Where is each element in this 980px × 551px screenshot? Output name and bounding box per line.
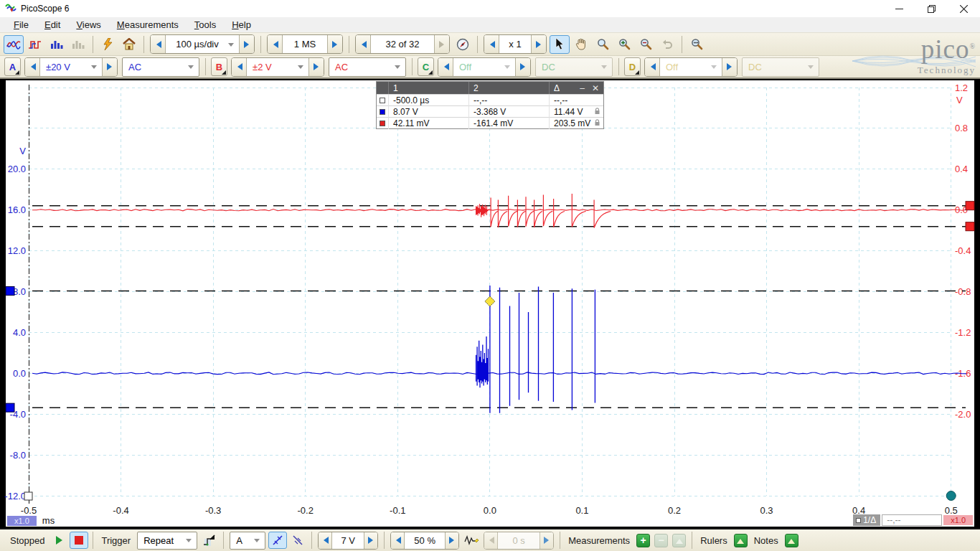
close-button[interactable] xyxy=(948,0,980,17)
pretrigger-value[interactable]: 50 % xyxy=(405,532,445,549)
falling-edge-button[interactable] xyxy=(288,532,307,549)
notes-button[interactable] xyxy=(785,534,798,547)
inverse-checkbox[interactable] xyxy=(856,518,861,523)
trigger-level-control: 7 V xyxy=(318,532,378,550)
time-ruler-swatch xyxy=(380,98,385,103)
ruler-legend: 1 2 Δ – ✕ -500.0 µs --,-- --,-- 8.07 V -… xyxy=(376,81,604,129)
time-ruler-end-handle[interactable] xyxy=(946,491,956,501)
channel-a-ruler-2: -3.368 V xyxy=(468,106,549,118)
trigger-level-decrease[interactable] xyxy=(319,532,332,549)
channel-a-coupling[interactable]: AC xyxy=(122,57,199,77)
channel-b-ruler-handle[interactable] xyxy=(966,222,974,231)
inverse-delta-toggle[interactable]: 1/Δ xyxy=(853,514,880,526)
picoscope-window: PicoScope 6 File Edit Views Measurements… xyxy=(0,0,980,551)
trigger-source-select[interactable]: A xyxy=(230,532,265,550)
home-button[interactable] xyxy=(119,35,139,54)
svg-text:V: V xyxy=(956,95,963,105)
samples-value[interactable]: 1 MS xyxy=(283,35,327,53)
channel-c-options-button[interactable]: C xyxy=(418,57,434,76)
channel-b-coupling[interactable]: AC xyxy=(329,57,406,77)
channel-b-ruler-handle[interactable] xyxy=(966,202,974,210)
minimize-button[interactable] xyxy=(883,0,915,17)
channel-d-range-value[interactable]: Off xyxy=(660,58,722,76)
advanced-trigger-button[interactable] xyxy=(462,532,481,549)
zoom-overview-button[interactable] xyxy=(687,35,707,54)
channel-d-options-button[interactable]: D xyxy=(624,57,641,76)
menu-file[interactable]: File xyxy=(6,18,37,32)
channel-a-ruler-handle[interactable] xyxy=(6,403,14,412)
scope-view-button[interactable] xyxy=(4,35,24,54)
channel-c-range-decrease[interactable] xyxy=(438,58,453,76)
spectrum-view-button[interactable] xyxy=(47,35,67,54)
channel-a-range-increase[interactable] xyxy=(102,58,117,76)
menu-measurements[interactable]: Measurements xyxy=(109,18,187,32)
x-scale-badge[interactable]: x1.0 xyxy=(7,516,37,526)
start-button[interactable] xyxy=(50,532,68,549)
waveform-plot: V20.016.012.08.04.00.0-4.0-8.0-12.0V1.20… xyxy=(0,79,980,528)
trigger-level-value[interactable]: 7 V xyxy=(332,532,364,549)
pretrigger-decrease[interactable] xyxy=(391,532,405,549)
timebase-increase[interactable] xyxy=(239,35,254,53)
rising-edge-button[interactable] xyxy=(268,532,287,549)
channel-b-ruler-swatch xyxy=(380,121,385,126)
menu-tools[interactable]: Tools xyxy=(187,18,224,32)
buffer-navigation: 32 of 32 xyxy=(355,34,450,54)
timebase-value[interactable]: 100 µs/div xyxy=(166,35,239,53)
channel-d-range-increase[interactable] xyxy=(722,58,737,76)
zoom-in-tool[interactable] xyxy=(614,35,634,54)
samples-increase[interactable] xyxy=(327,35,342,53)
pretrigger-increase[interactable] xyxy=(445,532,458,549)
menu-views[interactable]: Views xyxy=(68,18,108,32)
samples-decrease[interactable] xyxy=(268,35,283,53)
buffer-previous[interactable] xyxy=(356,35,371,53)
right-scale-badge[interactable]: x1.0 xyxy=(943,515,973,525)
add-measurement-button[interactable]: + xyxy=(636,534,650,547)
timebase-decrease[interactable] xyxy=(151,35,166,53)
menu-help[interactable]: Help xyxy=(224,18,259,32)
trigger-mode-select[interactable]: Repeat xyxy=(137,532,197,550)
channel-d-range-decrease[interactable] xyxy=(645,58,660,76)
buffer-position[interactable]: 32 of 32 xyxy=(371,35,434,53)
zoom-increase[interactable] xyxy=(531,35,546,53)
channel-a-range-decrease[interactable] xyxy=(25,58,40,76)
persistence-view-button[interactable] xyxy=(25,35,45,54)
channel-a-range-value[interactable]: ±20 V xyxy=(40,58,102,76)
hand-tool[interactable] xyxy=(571,35,591,54)
auto-setup-button[interactable] xyxy=(98,35,118,54)
time-ruler-handle[interactable] xyxy=(24,492,32,500)
trigger-level-increase[interactable] xyxy=(364,532,377,549)
zoom-out-tool[interactable] xyxy=(636,35,656,54)
svg-text:-0.8: -0.8 xyxy=(955,286,971,297)
channel-c-coupling: DC xyxy=(535,57,613,77)
samples-control: 1 MS xyxy=(267,34,343,54)
channel-c-range-value[interactable]: Off xyxy=(453,58,515,76)
channel-b-range-decrease[interactable] xyxy=(232,58,247,76)
legend-close-icon[interactable]: ✕ xyxy=(592,83,599,93)
undo-zoom-button xyxy=(657,35,677,54)
trigger-marker-button[interactable] xyxy=(200,532,219,549)
zoom-tool[interactable] xyxy=(593,35,613,54)
normal-selection-tool[interactable] xyxy=(550,35,570,54)
channel-c-range-increase[interactable] xyxy=(515,58,530,76)
channel-b-range-value[interactable]: ±2 V xyxy=(247,58,308,76)
lock-icon[interactable] xyxy=(594,107,600,117)
window-title: PicoScope 6 xyxy=(21,4,69,14)
zoom-factor-value[interactable]: x 1 xyxy=(499,35,531,53)
svg-text:-0.4: -0.4 xyxy=(955,245,971,256)
menu-edit[interactable]: Edit xyxy=(37,18,68,32)
zoom-decrease[interactable] xyxy=(484,35,499,53)
channel-b-options-button[interactable]: B xyxy=(211,57,227,76)
legend-minimize-icon[interactable]: – xyxy=(580,83,585,93)
channel-a-ruler-handle[interactable] xyxy=(6,287,14,296)
buffer-overview-button[interactable] xyxy=(453,35,473,54)
lock-icon[interactable] xyxy=(594,118,600,128)
buffer-next[interactable] xyxy=(434,35,449,53)
channel-b-range-increase[interactable] xyxy=(308,58,324,76)
rulers-button[interactable] xyxy=(734,534,748,547)
stop-button[interactable] xyxy=(70,532,88,549)
restore-button[interactable] xyxy=(915,0,948,17)
svg-text:-0.2: -0.2 xyxy=(298,505,314,516)
svg-text:-0.5: -0.5 xyxy=(21,505,37,516)
channel-a-options-button[interactable]: A xyxy=(4,57,21,76)
remove-measurement-button: − xyxy=(654,534,668,547)
